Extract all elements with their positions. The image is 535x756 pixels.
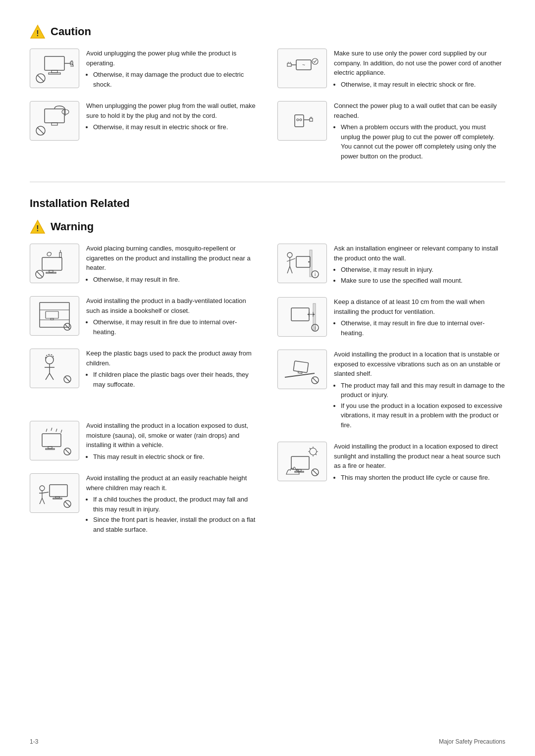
footer-page: 1-3 xyxy=(30,738,38,745)
svg-line-50 xyxy=(50,373,54,380)
svg-line-69 xyxy=(40,498,42,504)
inst-entry-5-text: Avoid installing the product at an easil… xyxy=(86,473,258,535)
caution-illus-1-svg xyxy=(35,52,74,84)
inst-r-entry-1-text: Ask an installation engineer or relevant… xyxy=(334,244,505,286)
caution-illus-2 xyxy=(30,101,79,141)
inst-r-entry-3-text: Avoid installing the product in a locati… xyxy=(334,350,505,431)
inst-illus-4 xyxy=(30,421,79,460)
svg-line-59 xyxy=(61,430,62,433)
svg-rect-107 xyxy=(295,471,304,472)
svg-line-56 xyxy=(46,429,47,432)
inst-r-illus-2: i xyxy=(277,297,327,337)
section-divider xyxy=(30,182,505,182)
caution-r-entry-2: Connect the power plug to a wall outlet … xyxy=(277,101,505,162)
caution-r-entry-1-text: Make sure to use only the power cord sup… xyxy=(334,49,505,90)
svg-text:!: ! xyxy=(36,224,39,233)
svg-rect-36 xyxy=(59,252,61,257)
svg-rect-64 xyxy=(53,498,62,499)
inst-entry-2: Avoid installing the product in a badly-… xyxy=(30,296,258,338)
svg-text:i: i xyxy=(315,272,316,277)
svg-line-49 xyxy=(46,373,50,380)
svg-line-79 xyxy=(287,260,290,261)
svg-line-52 xyxy=(65,377,70,382)
footer-section: Major Safety Precautions xyxy=(439,738,505,745)
svg-rect-55 xyxy=(46,449,54,450)
caution-r-illus-2-svg xyxy=(282,105,322,137)
inst-r-illus-4 xyxy=(277,442,327,481)
svg-rect-62 xyxy=(50,485,67,497)
svg-rect-24 xyxy=(295,115,304,127)
svg-line-57 xyxy=(51,428,52,431)
caution-r-illus-1: ~ xyxy=(277,49,327,88)
svg-text:~: ~ xyxy=(302,62,305,68)
svg-text:!: ! xyxy=(36,29,39,38)
svg-point-98 xyxy=(310,448,317,455)
svg-line-97 xyxy=(313,378,318,383)
inst-entry-2-text: Avoid installing the product in a badly-… xyxy=(86,296,258,338)
svg-line-109 xyxy=(313,470,318,475)
inst-entry-4-text: Avoid installing the product in a locati… xyxy=(86,421,258,462)
caution-entry-1: Avoid unplugging the power plug while th… xyxy=(30,49,258,90)
inst-illus-3 xyxy=(30,349,79,388)
svg-line-93 xyxy=(285,373,315,377)
svg-rect-33 xyxy=(42,257,62,270)
inst-r-entry-4: Avoid installing the product in a locati… xyxy=(277,442,505,483)
caution-entry-2-text: When unplugging the power plug from the … xyxy=(86,101,258,133)
inst-illus-1 xyxy=(30,244,79,283)
svg-point-65 xyxy=(40,486,45,491)
warning-icon: ! xyxy=(30,219,46,235)
svg-line-81 xyxy=(290,266,292,273)
warning-header: ! Warning xyxy=(30,219,505,235)
inst-r-illus-3 xyxy=(277,350,327,389)
caution-entry-2: When unplugging the power plug from the … xyxy=(30,101,258,141)
svg-rect-4 xyxy=(49,73,60,74)
caution-illus-2-svg xyxy=(35,105,74,137)
caution-r-illus-1-svg: ~ xyxy=(282,52,322,84)
caution-entry-1-text: Avoid unplugging the power plug while th… xyxy=(86,49,258,90)
inst-entry-3-text: Keep the plastic bags used to pack the p… xyxy=(86,349,258,390)
svg-rect-39 xyxy=(40,302,69,327)
inst-r-entry-3: Avoid installing the product in a locati… xyxy=(277,350,505,431)
inst-entry-3: Keep the plastic bags used to pack the p… xyxy=(30,349,258,390)
svg-text:i: i xyxy=(315,325,316,331)
inst-r-illus-1: i xyxy=(277,244,327,283)
inst-entry-1: Avoid placing burning candles, mosquito-… xyxy=(30,244,258,285)
svg-point-46 xyxy=(46,356,54,364)
svg-rect-20 xyxy=(287,63,291,66)
svg-line-38 xyxy=(37,271,43,277)
svg-line-103 xyxy=(310,448,311,449)
svg-line-67 xyxy=(42,492,49,493)
footer: 1-3 Major Safety Precautions xyxy=(30,738,505,745)
inst-entry-5: Avoid installing the product at an easil… xyxy=(30,473,258,535)
spacer-1 xyxy=(30,401,258,421)
svg-point-76 xyxy=(287,252,292,257)
installation-heading: Installation Related xyxy=(30,197,505,210)
svg-rect-95 xyxy=(298,371,302,373)
svg-rect-85 xyxy=(291,308,309,321)
caution-header: ! Caution xyxy=(30,24,505,40)
inst-illus-5 xyxy=(30,473,79,513)
inst-r-entry-1: i Ask an installation engineer or releva… xyxy=(277,244,505,286)
svg-rect-42 xyxy=(46,311,58,318)
svg-point-26 xyxy=(300,119,302,121)
svg-line-58 xyxy=(56,429,57,432)
svg-rect-11 xyxy=(45,109,64,123)
caution-r-entry-2-text: Connect the power plug to a wall outlet … xyxy=(334,101,505,162)
svg-rect-74 xyxy=(296,256,310,267)
svg-rect-28 xyxy=(310,118,313,121)
svg-rect-53 xyxy=(42,434,61,447)
inst-r-entry-4-text: Avoid installing the product in a locati… xyxy=(334,442,505,483)
svg-rect-35 xyxy=(46,272,56,273)
warning-title: Warning xyxy=(51,220,94,233)
svg-line-104 xyxy=(316,454,317,455)
caution-grid: Avoid unplugging the power plug while th… xyxy=(30,49,505,173)
caution-icon: ! xyxy=(30,24,46,40)
inst-r-entry-2-text: Keep a distance of at least 10 cm from t… xyxy=(334,297,505,339)
caution-right-col: ~ Make sure to use only the power cord s… xyxy=(277,49,505,173)
installation-grid: Avoid placing burning candles, mosquito-… xyxy=(30,244,505,546)
svg-line-72 xyxy=(65,502,70,506)
inst-r-entry-2: i Keep a distance of at least 10 cm from… xyxy=(277,297,505,339)
caution-illus-1 xyxy=(30,49,79,88)
caution-r-illus-2 xyxy=(277,101,327,141)
caution-title: Caution xyxy=(51,25,91,38)
